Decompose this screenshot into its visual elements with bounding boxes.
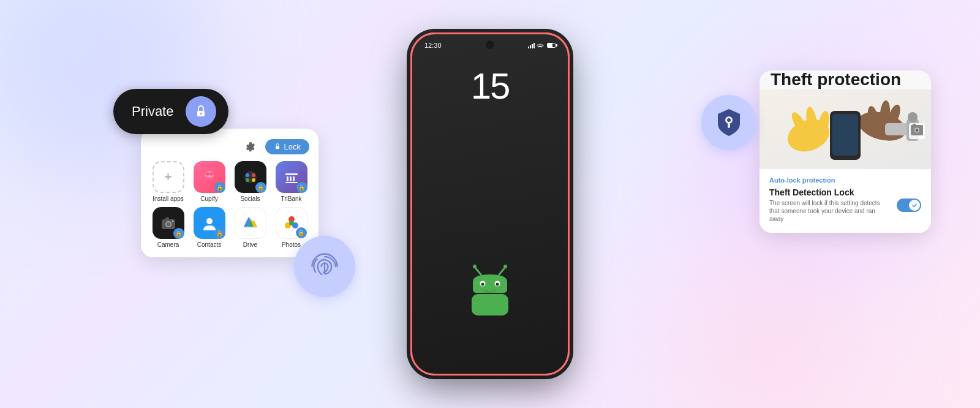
theft-protection-card: Theft protection (760, 70, 931, 233)
svg-point-29 (172, 221, 173, 222)
auto-lock-label: Auto-lock protection (769, 176, 921, 184)
svg-rect-52 (832, 114, 858, 156)
phone-body: 12:30 1 (410, 32, 570, 376)
app-label: Cupify (200, 195, 217, 202)
svg-point-49 (908, 112, 918, 122)
private-label: Private (132, 104, 173, 119)
toggle-knob (909, 200, 920, 211)
app-label: Install apps (153, 195, 184, 202)
svg-line-0 (475, 267, 481, 274)
svg-point-34 (289, 221, 294, 225)
drive-icon-wrap (235, 207, 266, 239)
detection-lock-row: Theft Detection Lock The screen will loc… (769, 187, 921, 223)
svg-rect-23 (293, 176, 295, 181)
app-grid-header: Lock (150, 138, 309, 155)
wifi-icon (537, 42, 544, 48)
plus-icon: + (164, 169, 172, 185)
theft-illustration (760, 89, 931, 169)
theft-card-bottom: Auto-lock protection Theft Detection Loc… (760, 169, 931, 233)
private-toggle-pill[interactable]: Private (113, 89, 228, 134)
svg-rect-57 (913, 124, 916, 126)
detection-lock-info: Theft Detection Lock The screen will loc… (769, 187, 891, 223)
fingerprint-icon (307, 249, 342, 284)
background-blob-3 (674, 255, 858, 408)
shield-bubble (701, 95, 756, 150)
contacts-icon (201, 214, 218, 232)
lock-icon (194, 104, 208, 119)
theft-detection-toggle[interactable] (897, 198, 921, 212)
app-grid-card: Lock + Install apps 🔒 Cupify (141, 129, 318, 257)
security-badge: 🔒 (296, 182, 307, 193)
phone-icons (528, 42, 556, 48)
contacts-icon-wrap: 🔒 (194, 207, 225, 239)
detection-lock-desc: The screen will lock if this setting det… (769, 199, 891, 223)
fingerprint-bubble (294, 236, 355, 297)
security-badge: 🔒 (296, 227, 307, 238)
signal-icon (528, 42, 535, 48)
detection-lock-title: Theft Detection Lock (769, 187, 891, 197)
lock-circle (186, 96, 216, 127)
shield-key-icon (713, 107, 745, 138)
svg-rect-28 (165, 217, 169, 220)
list-item[interactable]: 🔒 Contacts (191, 207, 227, 248)
lock-button[interactable]: Lock (265, 139, 309, 154)
svg-rect-8 (472, 294, 508, 315)
phone: 12:30 1 (410, 32, 570, 376)
battery-icon (547, 43, 556, 48)
install-apps-icon: + (153, 161, 184, 193)
svg-point-37 (727, 118, 731, 122)
svg-line-1 (499, 267, 505, 274)
list-item[interactable]: 🔒 Photos (273, 207, 309, 248)
svg-point-6 (481, 283, 484, 286)
cupify-icon-wrap: 🔒 (194, 161, 225, 193)
svg-point-10 (200, 113, 202, 115)
app-grid: + Install apps 🔒 Cupify (150, 161, 309, 248)
phone-date: 15 (471, 68, 510, 105)
list-item[interactable]: 🔒 TriBank (273, 161, 309, 202)
svg-rect-20 (285, 173, 298, 175)
app-label: Camera (157, 241, 179, 248)
svg-rect-22 (290, 176, 292, 181)
tribank-icon (283, 168, 300, 186)
svg-point-30 (206, 218, 213, 224)
svg-point-2 (473, 265, 477, 268)
camera-icon (160, 214, 177, 232)
svg-rect-21 (287, 176, 288, 181)
app-label: Drive (243, 241, 257, 248)
svg-point-13 (206, 173, 209, 176)
list-item[interactable]: 🔒 Cupify (191, 161, 227, 202)
svg-point-17 (252, 173, 255, 177)
security-badge: 🔒 (255, 182, 266, 193)
lock-small-icon (274, 143, 281, 150)
security-badge: 🔒 (214, 228, 225, 239)
svg-point-18 (246, 178, 249, 182)
private-space-card: Private (113, 89, 228, 134)
list-item[interactable]: 🔒 Camera (150, 207, 186, 248)
app-label: Photos (282, 241, 301, 248)
security-badge: 🔒 (173, 228, 184, 239)
svg-point-27 (166, 222, 170, 227)
app-label: TriBank (281, 195, 301, 202)
app-label: Contacts (197, 241, 221, 248)
tribank-icon-wrap: 🔒 (276, 161, 307, 193)
socials-icon-wrap: 🔒 (235, 161, 266, 193)
theft-card-title: Theft protection (760, 70, 931, 89)
security-badge: 🔒 (214, 182, 225, 193)
svg-rect-11 (276, 146, 279, 149)
gear-icon (245, 141, 256, 152)
svg-point-3 (503, 265, 507, 268)
check-icon (911, 202, 918, 208)
list-item[interactable]: 🔒 Socials (232, 161, 268, 202)
svg-point-14 (209, 173, 213, 176)
gear-button[interactable] (242, 138, 259, 155)
svg-point-16 (246, 173, 249, 177)
app-label: Socials (240, 195, 260, 202)
svg-point-19 (252, 178, 255, 182)
svg-rect-36 (728, 123, 730, 128)
android-logo (459, 263, 521, 312)
list-item[interactable]: + Install apps (150, 161, 186, 202)
phone-time: 12:30 (424, 42, 442, 49)
phone-notch (486, 40, 494, 49)
list-item[interactable]: Drive (232, 207, 268, 248)
svg-rect-24 (285, 182, 298, 183)
